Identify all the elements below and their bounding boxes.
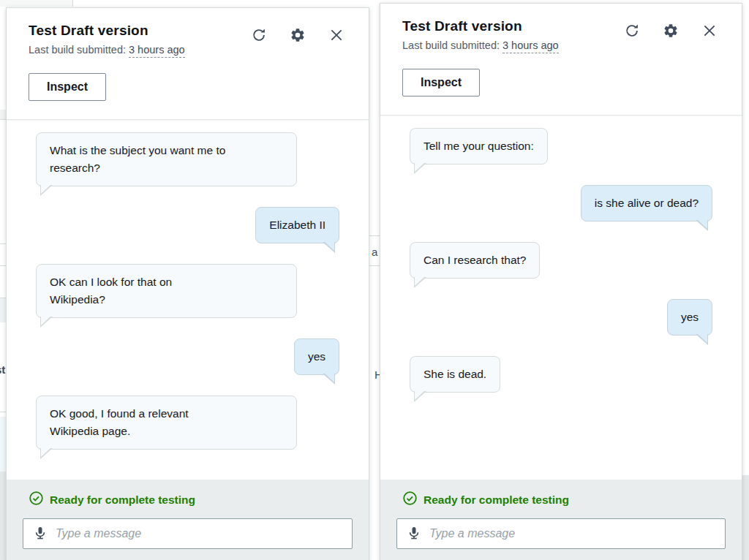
background-divider bbox=[0, 412, 6, 412]
last-build-label: Last build submitted: 3 hours ago bbox=[402, 39, 559, 51]
message-input[interactable] bbox=[396, 518, 726, 549]
background-divider bbox=[369, 235, 380, 236]
panel-footer: Ready for complete testing bbox=[7, 480, 369, 560]
chat-bubble: is she alive or dead? bbox=[581, 185, 712, 222]
microphone-icon bbox=[407, 526, 421, 542]
settings-button[interactable] bbox=[662, 23, 680, 40]
chat-bubble: She is dead. bbox=[410, 356, 500, 393]
status-badge: Ready for complete testing bbox=[50, 493, 195, 507]
background-text-fragment: a bbox=[372, 246, 379, 257]
refresh-button[interactable] bbox=[250, 27, 268, 45]
gear-icon bbox=[663, 23, 679, 41]
background-block bbox=[0, 298, 6, 322]
close-button[interactable] bbox=[328, 27, 345, 45]
close-button[interactable] bbox=[701, 23, 718, 40]
chat-message-row: yes bbox=[36, 338, 339, 375]
chat-bubble: Tell me your question: bbox=[410, 128, 548, 164]
status-badge: Ready for complete testing bbox=[424, 493, 569, 507]
test-panel-right: Test Draft version Last build submitted:… bbox=[380, 3, 742, 560]
chat-bubble: Can I research that? bbox=[410, 242, 540, 279]
settings-button[interactable] bbox=[289, 27, 306, 45]
chat-bubble: OK can I look for that on Wikipedia? bbox=[36, 264, 297, 318]
panel-header: Test Draft version Last build submitted:… bbox=[380, 4, 742, 116]
chat-message-row: She is dead. bbox=[410, 356, 712, 393]
inspect-button[interactable]: Inspect bbox=[29, 73, 106, 101]
chat-message-row: is she alive or dead? bbox=[410, 185, 712, 222]
chat-message-list[interactable]: Tell me your question: is she alive or d… bbox=[380, 116, 742, 480]
chat-message-row: Can I research that? bbox=[410, 242, 712, 279]
background-text-fragment: st bbox=[0, 364, 6, 375]
last-build-time[interactable]: 3 hours ago bbox=[129, 44, 185, 58]
chat-message-row: What is the subject you want me to resea… bbox=[36, 132, 339, 186]
chat-message-row: Elizabeth II bbox=[36, 207, 339, 243]
microphone-button[interactable] bbox=[31, 525, 49, 542]
chat-message-row: Tell me your question: bbox=[410, 128, 712, 164]
close-icon bbox=[702, 23, 717, 40]
chat-bubble: Elizabeth II bbox=[255, 207, 339, 243]
panel-footer: Ready for complete testing bbox=[380, 480, 742, 560]
last-build-label: Last build submitted: 3 hours ago bbox=[29, 44, 185, 56]
background-block bbox=[742, 475, 749, 560]
refresh-icon bbox=[624, 23, 640, 41]
check-circle-icon bbox=[29, 491, 44, 509]
background-block bbox=[0, 417, 6, 472]
panel-title: Test Draft version bbox=[402, 18, 559, 34]
background-divider bbox=[0, 265, 6, 266]
chat-message-row: yes bbox=[410, 299, 712, 336]
message-input[interactable] bbox=[23, 518, 353, 549]
background-divider bbox=[369, 265, 380, 266]
last-build-text: Last build submitted: bbox=[29, 44, 126, 56]
chat-message-list[interactable]: What is the subject you want me to resea… bbox=[7, 120, 369, 480]
background-divider bbox=[0, 243, 6, 244]
refresh-button[interactable] bbox=[623, 23, 641, 40]
microphone-icon bbox=[33, 526, 48, 542]
check-circle-icon bbox=[402, 491, 418, 509]
inspect-button[interactable]: Inspect bbox=[402, 69, 480, 97]
refresh-icon bbox=[251, 27, 267, 45]
panel-title: Test Draft version bbox=[29, 23, 185, 39]
chat-bubble: What is the subject you want me to resea… bbox=[36, 132, 297, 186]
close-icon bbox=[329, 28, 344, 45]
chat-message-row: OK can I look for that on Wikipedia? bbox=[36, 264, 339, 318]
panel-header: Test Draft version Last build submitted:… bbox=[7, 8, 369, 120]
background-text-fragment: H bbox=[374, 369, 380, 380]
microphone-button[interactable] bbox=[405, 525, 423, 542]
last-build-time[interactable]: 3 hours ago bbox=[503, 39, 559, 53]
chat-message-row: OK good, I found a relevant Wikipedia pa… bbox=[36, 396, 339, 450]
chat-bubble: OK good, I found a relevant Wikipedia pa… bbox=[36, 396, 297, 450]
background-block bbox=[0, 110, 6, 120]
background-block bbox=[0, 472, 6, 560]
test-panel-left: Test Draft version Last build submitted:… bbox=[6, 7, 369, 560]
last-build-text: Last build submitted: bbox=[402, 39, 500, 51]
gear-icon bbox=[290, 27, 306, 45]
chat-bubble: yes bbox=[294, 338, 339, 375]
screen: st a H Test Draft version Last build sub… bbox=[0, 0, 749, 560]
background-strip-top bbox=[0, 0, 73, 7]
chat-bubble: yes bbox=[667, 299, 712, 336]
